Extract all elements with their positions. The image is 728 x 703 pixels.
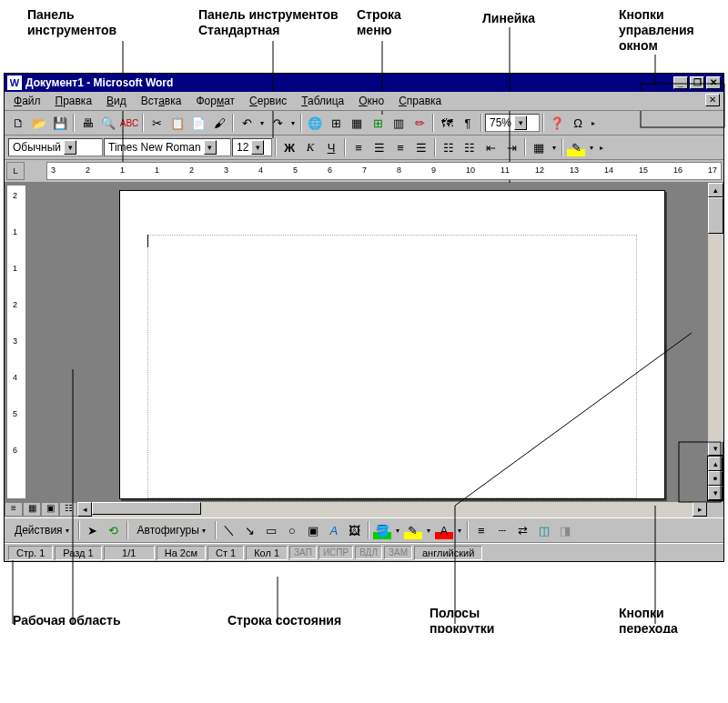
- tab-selector[interactable]: L: [6, 162, 25, 180]
- spellcheck-icon[interactable]: ABC: [119, 113, 139, 133]
- scroll-track[interactable]: [708, 234, 723, 441]
- page[interactable]: [119, 190, 665, 499]
- status-trk[interactable]: ИСПР: [318, 546, 353, 559]
- document-area[interactable]: [28, 183, 707, 501]
- help-icon[interactable]: ❓: [547, 113, 567, 133]
- scroll-down-icon[interactable]: ▾: [708, 441, 723, 456]
- hscroll-track[interactable]: [92, 502, 693, 517]
- print-preview-icon[interactable]: 🔍: [98, 113, 118, 133]
- minimize-button[interactable]: _: [673, 76, 688, 89]
- dash-style-icon[interactable]: ┄: [492, 520, 512, 540]
- undo-icon[interactable]: ↶: [237, 113, 257, 133]
- menu-format[interactable]: Формат: [190, 94, 240, 108]
- rotate-icon[interactable]: ⟲: [104, 520, 124, 540]
- toolbar-more-icon[interactable]: ▸: [597, 137, 606, 157]
- autoshapes-button[interactable]: Автофигуры▾: [131, 521, 212, 539]
- fill-dropdown-icon[interactable]: ▾: [393, 520, 402, 540]
- arrow-style-icon[interactable]: ⇄: [513, 520, 533, 540]
- 3d-icon[interactable]: ◨: [555, 520, 575, 540]
- font-color-dropdown-icon[interactable]: ▾: [455, 520, 464, 540]
- drawing-icon[interactable]: ✏: [410, 113, 430, 133]
- chevron-down-icon[interactable]: ▾: [514, 115, 527, 130]
- line-color-dropdown-icon[interactable]: ▾: [424, 520, 433, 540]
- print-layout-view-icon[interactable]: ▣: [41, 502, 59, 517]
- status-language[interactable]: английский: [414, 546, 482, 560]
- menu-window[interactable]: Окно: [353, 94, 389, 108]
- fill-color-icon[interactable]: 🪣: [372, 520, 392, 540]
- decrease-indent-icon[interactable]: ⇤: [480, 137, 500, 157]
- select-objects-icon[interactable]: ➤: [83, 520, 103, 540]
- line-style-icon[interactable]: ≡: [471, 520, 491, 540]
- bulleted-list-icon[interactable]: ☷: [460, 137, 480, 157]
- menu-view[interactable]: Вид: [101, 94, 132, 108]
- scroll-right-icon[interactable]: ▸: [693, 502, 707, 517]
- oval-icon[interactable]: ○: [282, 520, 302, 540]
- chevron-down-icon[interactable]: ▾: [64, 140, 76, 155]
- close-button[interactable]: ✕: [706, 76, 721, 89]
- show-hide-icon[interactable]: ¶: [458, 113, 478, 133]
- drawing-actions-button[interactable]: Действия▾: [8, 521, 76, 539]
- horizontal-ruler[interactable]: 3211234567891011121314151617: [46, 162, 722, 180]
- italic-button[interactable]: К: [300, 137, 320, 157]
- align-center-icon[interactable]: ☰: [369, 137, 389, 157]
- scroll-left-icon[interactable]: ◂: [77, 502, 92, 517]
- status-ext[interactable]: ВДЛ: [355, 546, 382, 559]
- numbered-list-icon[interactable]: ☷: [439, 137, 459, 157]
- copy-icon[interactable]: 📋: [167, 113, 187, 133]
- rectangle-icon[interactable]: ▭: [261, 520, 281, 540]
- hyperlink-icon[interactable]: 🌐: [305, 113, 325, 133]
- highlight-dropdown-icon[interactable]: ▾: [587, 137, 596, 157]
- zoom-combo[interactable]: 75% ▾: [485, 114, 540, 132]
- doc-close-button[interactable]: ✕: [705, 94, 720, 106]
- tables-borders-icon[interactable]: ⊞: [326, 113, 346, 133]
- web-view-icon[interactable]: ▦: [23, 502, 41, 517]
- status-rec[interactable]: ЗАП: [289, 546, 317, 559]
- style-combo[interactable]: Обычный ▾: [8, 138, 103, 156]
- scroll-up-icon[interactable]: ▴: [708, 183, 723, 197]
- normal-view-icon[interactable]: ≡: [5, 502, 23, 517]
- vertical-ruler[interactable]: 21123456: [6, 185, 26, 499]
- line-color-icon[interactable]: ✎: [403, 520, 423, 540]
- bold-button[interactable]: Ж: [279, 137, 299, 157]
- chevron-down-icon[interactable]: ▾: [251, 140, 264, 155]
- chevron-down-icon[interactable]: ▾: [204, 140, 217, 155]
- clipart-icon[interactable]: 🖼: [345, 520, 365, 540]
- highlight-icon[interactable]: ✎: [566, 137, 586, 157]
- menu-help[interactable]: Справка: [393, 94, 447, 108]
- vertical-scrollbar[interactable]: ▴ ▾: [707, 183, 723, 456]
- open-icon[interactable]: 📂: [29, 113, 49, 133]
- borders-dropdown-icon[interactable]: ▾: [550, 137, 559, 157]
- next-page-icon[interactable]: ▾: [708, 486, 723, 500]
- cut-icon[interactable]: ✂: [147, 113, 167, 133]
- save-icon[interactable]: 💾: [50, 113, 70, 133]
- arrow-icon[interactable]: ↘: [240, 520, 260, 540]
- omega-icon[interactable]: Ω: [568, 113, 588, 133]
- scroll-thumb[interactable]: [708, 197, 723, 234]
- outline-view-icon[interactable]: ☷: [59, 502, 77, 517]
- menu-insert[interactable]: Вставка: [136, 94, 187, 108]
- maximize-button[interactable]: ❐: [690, 76, 704, 89]
- increase-indent-icon[interactable]: ⇥: [501, 137, 521, 157]
- insert-table-icon[interactable]: ▦: [347, 113, 367, 133]
- prev-page-icon[interactable]: ▴: [708, 457, 723, 471]
- align-left-icon[interactable]: ≡: [349, 137, 369, 157]
- excel-icon[interactable]: ⊞: [368, 113, 388, 133]
- shadow-icon[interactable]: ◫: [534, 520, 554, 540]
- wordart-icon[interactable]: A: [324, 520, 344, 540]
- menu-file[interactable]: Файл: [8, 94, 46, 108]
- format-painter-icon[interactable]: 🖌: [209, 113, 229, 133]
- align-right-icon[interactable]: ≡: [390, 137, 410, 157]
- textbox-icon[interactable]: ▣: [303, 520, 323, 540]
- select-browse-icon[interactable]: ●: [708, 471, 723, 486]
- font-combo[interactable]: Times New Roman ▾: [104, 138, 231, 156]
- undo-dropdown-icon[interactable]: ▾: [258, 113, 267, 133]
- hscroll-thumb[interactable]: [92, 502, 201, 515]
- doc-map-icon[interactable]: 🗺: [437, 113, 457, 133]
- paste-icon[interactable]: 📄: [188, 113, 208, 133]
- menu-tools[interactable]: Сервис: [244, 94, 292, 108]
- line-icon[interactable]: ＼: [219, 520, 239, 540]
- font-color-icon[interactable]: A: [434, 520, 454, 540]
- align-justify-icon[interactable]: ☰: [411, 137, 431, 157]
- redo-icon[interactable]: ↷: [268, 113, 288, 133]
- print-icon[interactable]: 🖶: [77, 113, 97, 133]
